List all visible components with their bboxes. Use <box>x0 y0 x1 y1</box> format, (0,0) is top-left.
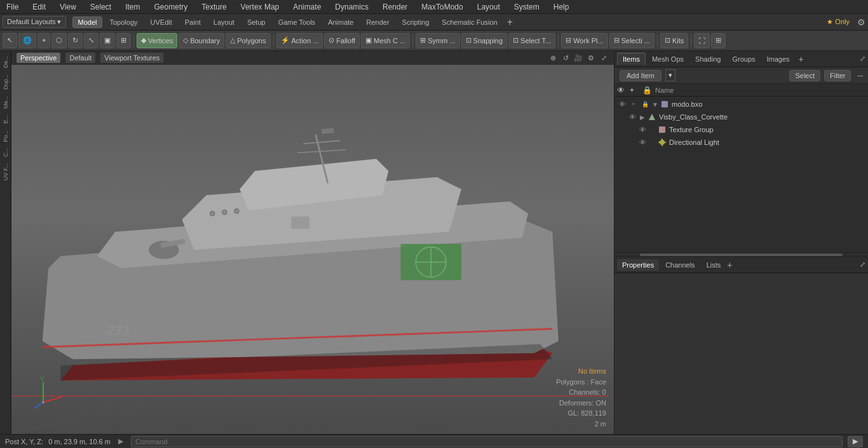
tree-vis-texture[interactable]: 👁 <box>637 125 648 135</box>
viewport-ctrl-camera[interactable]: 🎥 <box>573 53 583 63</box>
menu-select[interactable]: Select <box>88 1 114 13</box>
layout-settings-icon[interactable]: ⚙ <box>857 17 865 27</box>
layout-tab-game-tools[interactable]: Game Tools <box>273 17 322 28</box>
menu-animate[interactable]: Animate <box>290 1 323 13</box>
menu-geometry[interactable]: Geometry <box>152 1 191 13</box>
tree-label-texture-group: Texture Group <box>669 126 865 133</box>
menu-maxtomodo[interactable]: MaxToModo <box>419 1 465 13</box>
toolbar-scale[interactable]: ⤡ <box>84 33 98 48</box>
left-tab-c[interactable]: C... <box>1 146 10 160</box>
layout-tab-topology[interactable]: Topology <box>104 17 143 28</box>
items-tab-shading[interactable]: Shading <box>690 53 726 65</box>
menu-help[interactable]: Help <box>551 1 572 13</box>
toolbar-polygons-button[interactable]: △ Polygons <box>226 33 270 48</box>
add-item-dropdown-arrow[interactable]: ▾ <box>665 69 675 81</box>
falloff-label: Falloff <box>336 37 355 44</box>
viewport-ctrl-expand[interactable]: ⤢ <box>599 53 609 63</box>
props-tab-properties[interactable]: Properties <box>617 259 659 271</box>
tree-vis-light[interactable]: 👁 <box>637 137 648 147</box>
tree-expand-modo-bxo[interactable]: ▼ <box>651 101 659 108</box>
items-tab-groups[interactable]: Groups <box>727 53 760 65</box>
left-tab-e[interactable]: E... <box>1 112 10 126</box>
viewport-tab-textures[interactable]: Viewport Textures <box>100 53 163 63</box>
add-item-button[interactable]: Add Item <box>620 70 661 81</box>
menu-texture[interactable]: Texture <box>199 1 229 13</box>
toolbar-grid[interactable]: ⊞ <box>116 33 131 48</box>
toolbar-select-cursor[interactable]: ↖ <box>3 33 17 48</box>
left-tab-uv[interactable]: UV F... <box>1 161 10 183</box>
viewport-ctrl-target[interactable]: ⊕ <box>548 53 558 63</box>
viewport-tab-perspective[interactable]: Perspective <box>17 53 60 63</box>
menu-edit[interactable]: Edit <box>30 1 48 13</box>
tree-vis2-modo-bxo[interactable]: + <box>628 99 639 109</box>
items-tab-items[interactable]: Items <box>617 53 646 65</box>
items-tab-mesh-ops[interactable]: Mesh Ops <box>647 53 689 65</box>
viewport-tab-default[interactable]: Default <box>65 53 95 63</box>
layout-tab-animate[interactable]: Animate <box>322 17 359 28</box>
tree-vis-modo-bxo[interactable]: 👁 <box>617 99 627 109</box>
tree-row-modo-bxo[interactable]: 👁 + 🔒 ▼ modo.bxo <box>614 98 868 111</box>
props-tab-lists[interactable]: Lists <box>702 259 726 271</box>
toolbar-rotate[interactable]: ↻ <box>68 33 83 48</box>
menu-render[interactable]: Render <box>380 1 410 13</box>
props-expand-icon[interactable]: ⤢ <box>860 261 865 269</box>
toolbar-type[interactable]: ▣ <box>100 33 115 48</box>
toolbar-globe[interactable]: 🌐 <box>18 33 36 48</box>
toolbar-select-t-button[interactable]: ⊡ Select T... <box>508 33 555 48</box>
toolbar-layout-split-button[interactable]: ⊞ <box>711 33 726 48</box>
layout-tab-scripting[interactable]: Scripting <box>397 17 435 28</box>
layout-tab-uvedit[interactable]: UVEdit <box>145 17 178 28</box>
layout-dropdown[interactable]: Default Layouts ▾ <box>3 16 66 28</box>
menu-view[interactable]: View <box>57 1 79 13</box>
toolbar-work-pl-button[interactable]: ⊟ Work Pl... <box>561 33 607 48</box>
layout-tab-schematic[interactable]: Schematic Fusion <box>436 17 503 28</box>
layout-tab-paint[interactable]: Paint <box>179 17 207 28</box>
layout-tab-model[interactable]: Model <box>72 17 103 28</box>
toolbar-snapping-button[interactable]: ⊡ Snapping <box>461 33 508 48</box>
toolbar-boundary-button[interactable]: ◇ Boundary <box>179 33 224 48</box>
menu-layout[interactable]: Layout <box>475 1 503 13</box>
items-minus-icon[interactable]: ─ <box>857 71 863 80</box>
toolbar-fullscreen-button[interactable]: ⛶ <box>694 33 710 48</box>
toolbar-selecti-button[interactable]: ⊟ Selecti ... <box>609 33 654 48</box>
toolbar-kits-button[interactable]: ⊡ Kits <box>660 33 688 48</box>
toolbar-lasso[interactable]: ⌖ <box>37 33 50 48</box>
tree-vis-visby[interactable]: 👁 <box>627 112 637 122</box>
menu-system[interactable]: System <box>512 1 542 13</box>
viewport[interactable]: Perspective Default Viewport Textures ⊕ … <box>11 51 614 434</box>
props-tab-channels[interactable]: Channels <box>660 259 700 271</box>
command-go-button[interactable]: ▶ <box>848 436 863 447</box>
tree-lock-modo-bxo[interactable]: 🔒 <box>640 99 650 109</box>
menu-dynamics[interactable]: Dynamics <box>332 1 371 13</box>
items-tab-images[interactable]: Images <box>762 53 795 65</box>
left-tab-me[interactable]: Me... <box>1 93 10 111</box>
tree-expand-visby[interactable]: ▶ <box>639 114 646 121</box>
layout-tab-render[interactable]: Render <box>360 17 395 28</box>
toolbar-mesh-c-button[interactable]: ▣ Mesh C ... <box>361 33 410 48</box>
toolbar-action-button[interactable]: ⚡ Action ... <box>276 33 323 48</box>
items-tab-add[interactable]: + <box>796 54 806 64</box>
tree-row-dir-light[interactable]: 👁 Directional Light <box>635 136 868 149</box>
layout-tab-layout[interactable]: Layout <box>208 17 240 28</box>
command-input[interactable] <box>131 436 843 447</box>
tree-row-texture-group[interactable]: 👁 Texture Group <box>635 123 868 136</box>
toolbar-transform[interactable]: ⬡ <box>51 33 67 48</box>
props-tab-add[interactable]: + <box>727 260 732 270</box>
layout-tab-setup[interactable]: Setup <box>241 17 271 28</box>
viewport-ctrl-gear[interactable]: ⚙ <box>586 53 596 63</box>
menu-file[interactable]: File <box>4 1 21 13</box>
items-expand-icon[interactable]: ⤢ <box>860 55 865 63</box>
filter-button[interactable]: Filter <box>824 70 851 81</box>
layout-add-button[interactable]: + <box>505 17 515 28</box>
menu-vertex-map[interactable]: Vertex Map <box>238 1 282 13</box>
menu-item[interactable]: Item <box>123 1 142 13</box>
toolbar-falloff-button[interactable]: ⊙ Falloff <box>324 33 360 48</box>
select-button[interactable]: Select <box>789 70 820 81</box>
left-tab-po[interactable]: Po... <box>1 128 10 145</box>
viewport-ctrl-refresh[interactable]: ↺ <box>560 53 571 63</box>
left-tab-de[interactable]: De... <box>1 53 10 71</box>
toolbar-symm-button[interactable]: ⊞ Symm ... <box>416 33 459 48</box>
tree-row-visby[interactable]: 👁 ▶ Visby_Class_Corvette <box>625 111 868 123</box>
toolbar-vertices-button[interactable]: ◆ Vertices <box>137 33 177 48</box>
left-tab-dup[interactable]: Dup... <box>1 72 10 92</box>
